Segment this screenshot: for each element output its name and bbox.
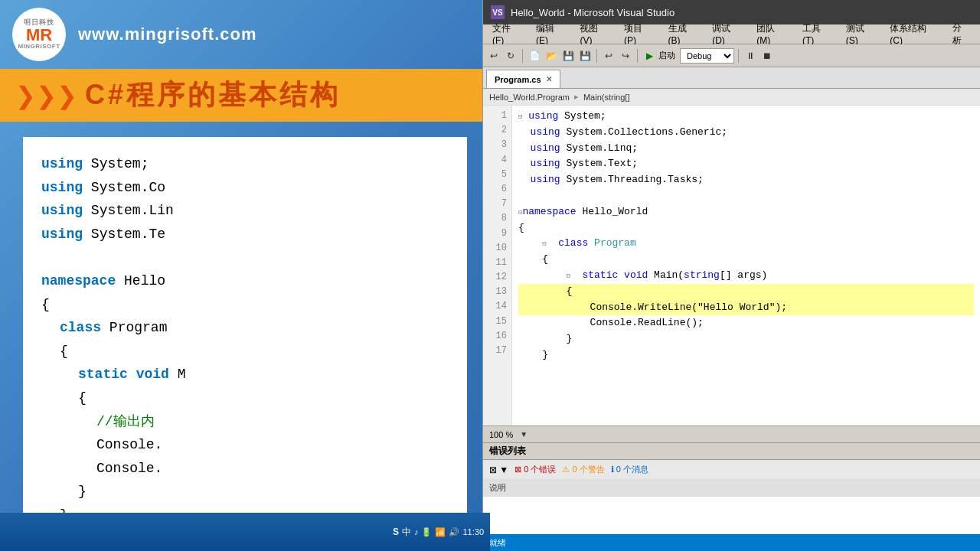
code-line-brace2: { xyxy=(41,340,449,364)
tray-speaker-icon: ♪ xyxy=(414,527,419,536)
tray-ime-icon: 中 xyxy=(402,526,411,539)
code-line-method: static void M xyxy=(41,363,449,386)
toolbar-save[interactable]: 💾 xyxy=(560,48,576,64)
vs-code-line-9: ⊟ class Program xyxy=(518,236,974,252)
toolbar-run[interactable]: ▶ xyxy=(642,48,657,64)
vs-code-line-5: using System.Threading.Tasks; xyxy=(518,172,974,188)
toolbar-sep1 xyxy=(522,49,523,63)
errorlist-col-desc: 说明 xyxy=(489,482,506,494)
code-line-2: using System.Co xyxy=(41,176,449,200)
vs-status-text: 就绪 xyxy=(489,537,506,549)
errorlist-toolbar: ⊠ ▼ ⊠ 0 个错误 ⚠ 0 个警告 ℹ 0 个消息 xyxy=(483,460,980,480)
errorlist-title: 错误列表 xyxy=(483,443,980,460)
logo: 明日科技 MR MINGRISOFT xyxy=(12,8,66,61)
tray-network-icon: 🔋 xyxy=(421,527,432,537)
header-bar: 明日科技 MR MINGRISOFT www.mingrisoft.com xyxy=(0,0,490,69)
menu-test[interactable]: 测试(S) xyxy=(840,21,883,47)
tab-program-cs[interactable]: Program.cs ✕ xyxy=(486,70,560,88)
toolbar-new[interactable]: 📄 xyxy=(527,48,542,64)
vs-toolbar: ↩ ↻ 📄 📂 💾 💾 ↩ ↪ ▶ 启动 Debug Release ⏸ ⏹ xyxy=(483,44,980,67)
tab-close-icon[interactable]: ✕ xyxy=(546,75,552,83)
vs-panel: VS Hello_World - Microsoft Visual Studio… xyxy=(482,0,980,551)
code-panel-left: using System; using System.Co using Syst… xyxy=(23,137,467,551)
title-arrow-icon: ❯❯❯ xyxy=(15,81,77,110)
debug-config-select[interactable]: Debug Release xyxy=(680,48,734,64)
errorlist-header: 说明 xyxy=(483,480,980,497)
vs-zoombar: 100 % ▼ xyxy=(483,425,980,442)
tray-time: 11:30 xyxy=(462,527,484,536)
vs-code-line-16: } xyxy=(518,347,974,364)
breadcrumb-right: Main(string[] xyxy=(583,93,630,102)
vs-logo-icon: VS xyxy=(491,5,505,19)
code-line-brace3: { xyxy=(41,386,449,410)
code-line-writeline: Console. xyxy=(41,433,449,457)
tray-sogou-icon: S xyxy=(393,527,399,537)
code-line-blank xyxy=(41,246,449,269)
toolbar-saveall[interactable]: 💾 xyxy=(577,48,593,64)
menu-tools[interactable]: 工具(T) xyxy=(796,21,838,47)
toolbar-redo[interactable]: ↪ xyxy=(618,48,633,64)
tab-label: Program.cs xyxy=(495,75,541,84)
menu-file[interactable]: 文件(F) xyxy=(486,21,528,47)
toolbar-back[interactable]: ↩ xyxy=(486,48,501,64)
toolbar-open[interactable]: 📂 xyxy=(544,48,559,64)
zoom-level: 100 % xyxy=(489,430,513,439)
code-line-4: using System.Te xyxy=(41,223,449,246)
code-line-1: using System; xyxy=(41,152,449,176)
vs-code-line-8: { xyxy=(518,220,974,236)
vs-code-line-13: Console.WriteLine("Hello World"); xyxy=(518,300,974,316)
vs-code-line-14: Console.ReadLine(); xyxy=(518,315,974,331)
toolbar-forward[interactable]: ↻ xyxy=(503,48,518,64)
vs-code-line-7: ⊟namespace Hello_World xyxy=(518,204,974,220)
menu-project[interactable]: 项目(P) xyxy=(618,21,661,47)
logo-text: 明日科技 MR MINGRISOFT xyxy=(18,19,60,51)
vs-code-line-2: using System.Collections.Generic; xyxy=(518,125,974,141)
errorlist-body xyxy=(483,497,980,534)
vs-menubar: 文件(F) 编辑(E) 视图(V) 项目(P) 生成(B) 调试(D) 团队(M… xyxy=(483,24,980,44)
vs-errorlist: 错误列表 ⊠ ▼ ⊠ 0 个错误 ⚠ 0 个警告 ℹ 0 个消息 说明 xyxy=(483,442,980,534)
errorlist-message-count: ℹ 0 个消息 xyxy=(611,464,648,475)
menu-edit[interactable]: 编辑(E) xyxy=(530,21,573,47)
toolbar-start-label: 启动 xyxy=(658,50,675,61)
code-line-class: class Program xyxy=(41,316,449,340)
menu-team[interactable]: 团队(M) xyxy=(750,21,795,47)
code-line-brace1: { xyxy=(41,293,449,317)
errorlist-filter-icon[interactable]: ⊠ ▼ xyxy=(489,465,508,475)
toolbar-sep4 xyxy=(738,49,739,63)
vs-code-line-17 xyxy=(518,364,974,380)
menu-build[interactable]: 生成(B) xyxy=(662,21,705,47)
toolbar-sep3 xyxy=(637,49,638,63)
code-line-readline: Console. xyxy=(41,457,449,481)
vs-code-content[interactable]: ⊟ using System; using System.Collections… xyxy=(512,106,980,425)
vs-title: Hello_World - Microsoft Visual Studio xyxy=(511,7,675,18)
vs-statusbar: 就绪 xyxy=(483,534,980,551)
website-url: www.mingrisoft.com xyxy=(78,24,257,44)
menu-arch[interactable]: 体系结构(C) xyxy=(884,21,945,47)
toolbar-sep2 xyxy=(596,49,597,63)
vs-code-line-4: using System.Text; xyxy=(518,156,974,172)
toolbar-undo[interactable]: ↩ xyxy=(601,48,616,64)
errorlist-error-count: ⊠ 0 个错误 xyxy=(514,464,556,475)
vs-code-line-10: { xyxy=(518,252,974,268)
page-title: C#程序的基本结构 xyxy=(85,77,341,114)
menu-debug[interactable]: 调试(D) xyxy=(706,21,749,47)
toolbar-break[interactable]: ⏸ xyxy=(743,48,758,64)
breadcrumb-sep: ▸ xyxy=(574,92,579,102)
vs-editor: 12345 678910 1112131415 1617 ⊟ using Sys… xyxy=(483,106,980,425)
tray-volume-icon: 🔊 xyxy=(449,527,459,537)
errorlist-warning-count: ⚠ 0 个警告 xyxy=(562,464,604,475)
breadcrumb-left: Hello_World.Program xyxy=(489,93,570,102)
vs-breadcrumb: Hello_World.Program ▸ Main(string[] xyxy=(483,89,980,106)
menu-view[interactable]: 视图(V) xyxy=(573,21,616,47)
code-line-ns: namespace Hello xyxy=(41,269,449,293)
vs-code-line-15: } xyxy=(518,331,974,347)
vs-code-line-3: using System.Linq; xyxy=(518,141,974,157)
title-bar: ❯❯❯ C#程序的基本结构 xyxy=(0,69,490,122)
code-line-comment: //输出内 xyxy=(41,410,449,434)
toolbar-stop[interactable]: ⏹ xyxy=(760,48,775,64)
left-panel: 明日科技 MR MINGRISOFT www.mingrisoft.com ❯❯… xyxy=(0,0,490,551)
vs-code-line-6 xyxy=(518,188,974,204)
code-line-close1: } xyxy=(41,480,449,504)
zoom-down-btn[interactable]: ▼ xyxy=(516,427,531,442)
vs-code-line-1: ⊟ using System; xyxy=(518,109,974,125)
